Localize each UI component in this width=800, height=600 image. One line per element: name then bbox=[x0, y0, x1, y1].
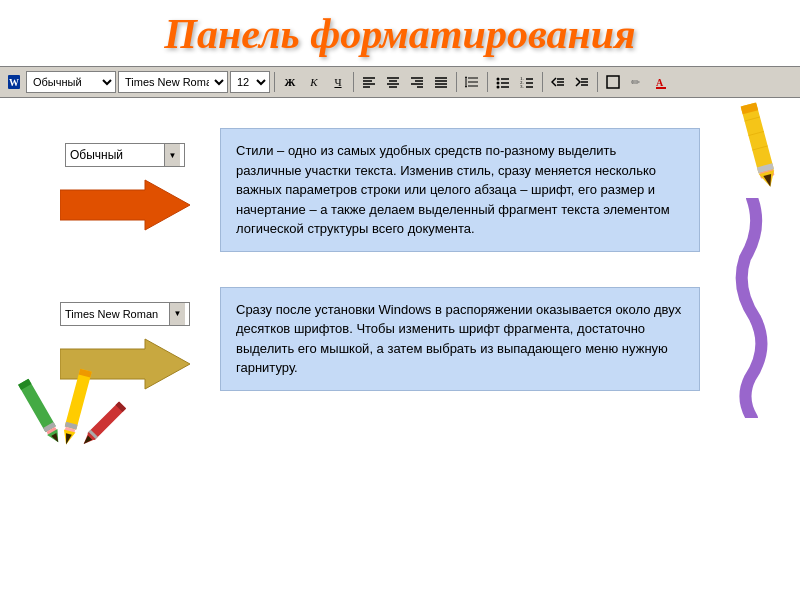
purple-decoration bbox=[735, 198, 770, 422]
indent-button[interactable] bbox=[571, 71, 593, 93]
border-button[interactable] bbox=[602, 71, 624, 93]
orange-arrow-1 bbox=[60, 175, 190, 239]
svg-point-22 bbox=[497, 82, 500, 85]
toolbar-sep2 bbox=[353, 72, 354, 92]
align-right-button[interactable] bbox=[406, 71, 428, 93]
pencils-decoration bbox=[10, 364, 130, 468]
svg-rect-42 bbox=[656, 87, 666, 89]
align-justify-button[interactable] bbox=[430, 71, 452, 93]
size-select[interactable]: 12 bbox=[230, 71, 270, 93]
toolbar-sep6 bbox=[597, 72, 598, 92]
toolbar: W Обычный Times New Roman 12 Ж К Ч bbox=[0, 66, 800, 98]
toolbar-sep4 bbox=[487, 72, 488, 92]
info-box-2: Сразу после установки Windows в распоряж… bbox=[220, 287, 700, 391]
word-icon: W bbox=[6, 73, 24, 91]
svg-point-23 bbox=[497, 86, 500, 89]
line-spacing-button[interactable] bbox=[461, 71, 483, 93]
svg-rect-60 bbox=[65, 368, 92, 429]
bullet-list-button[interactable] bbox=[492, 71, 514, 93]
info-box-1: Стили – одно из самых удобных средств по… bbox=[220, 128, 700, 252]
style-control-1: Обычный ▼ bbox=[50, 143, 200, 239]
svg-text:W: W bbox=[9, 77, 19, 88]
toolbar-sep3 bbox=[456, 72, 457, 92]
outdent-button[interactable] bbox=[547, 71, 569, 93]
svg-marker-52 bbox=[60, 180, 190, 230]
dropdown-arrow-icon: ▼ bbox=[164, 144, 180, 166]
align-left-button[interactable] bbox=[358, 71, 380, 93]
section1: Обычный ▼ Стили – одно из самых удобных … bbox=[0, 98, 800, 272]
bold-button[interactable]: Ж bbox=[279, 71, 301, 93]
underline-button[interactable]: Ч bbox=[327, 71, 349, 93]
page-title: Панель форматирования bbox=[0, 0, 800, 66]
svg-rect-39 bbox=[607, 76, 619, 88]
font-select[interactable]: Times New Roman bbox=[118, 71, 228, 93]
font-mini-dropdown[interactable]: Times New Roman ▼ bbox=[60, 302, 190, 326]
dropdown-arrow-icon-2: ▼ bbox=[169, 303, 185, 325]
toolbar-sep1 bbox=[274, 72, 275, 92]
toolbar-sep5 bbox=[542, 72, 543, 92]
align-center-button[interactable] bbox=[382, 71, 404, 93]
font-color-button[interactable]: A bbox=[650, 71, 672, 93]
section2: Times New Roman ▼ Сразу после установки … bbox=[0, 272, 800, 408]
pencil-decoration bbox=[730, 98, 790, 202]
numbered-list-button[interactable]: 1. 2. 3. bbox=[516, 71, 538, 93]
svg-text:3.: 3. bbox=[520, 84, 524, 89]
highlight-button[interactable]: ✏ bbox=[626, 71, 648, 93]
svg-marker-65 bbox=[63, 433, 72, 445]
style-select[interactable]: Обычный bbox=[26, 71, 116, 93]
style-mini-dropdown[interactable]: Обычный ▼ bbox=[65, 143, 185, 167]
svg-point-21 bbox=[497, 78, 500, 81]
svg-text:A: A bbox=[656, 77, 664, 88]
italic-button[interactable]: К bbox=[303, 71, 325, 93]
svg-text:✏: ✏ bbox=[631, 76, 641, 88]
